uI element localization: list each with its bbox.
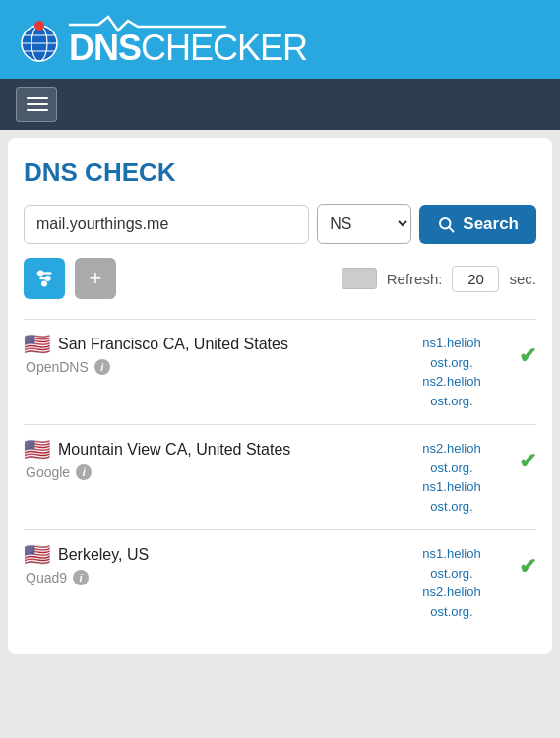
header: DNSCHECKER: [0, 0, 560, 79]
provider-name-3: Quad9: [26, 570, 67, 585]
location-row-1: 🇺🇸 San Francisco CA, United States: [24, 334, 393, 355]
check-icon-3: ✔: [519, 554, 536, 580]
check-icon-1: ✔: [519, 343, 536, 369]
location-text-3: Berkeley, US: [58, 546, 149, 564]
result-row: 🇺🇸 San Francisco CA, United States OpenD…: [24, 319, 536, 424]
result-ns-3: ns1.helioh ost.org. ns2.helioh ost.org.: [393, 544, 511, 621]
logo: DNSCHECKER: [16, 13, 307, 66]
refresh-input[interactable]: [452, 266, 499, 292]
search-row: NS A MX TXT CNAME Search: [24, 204, 536, 244]
hamburger-line-1: [27, 97, 48, 99]
logo-text: DNSCHECKER: [69, 31, 307, 66]
hamburger-line-2: [27, 103, 48, 105]
filter-icon: [33, 268, 55, 289]
provider-row-3: Quad9 i: [24, 570, 393, 585]
result-status-3: ✔: [511, 544, 536, 580]
refresh-unit: sec.: [509, 271, 536, 287]
hamburger-line-3: [27, 109, 48, 111]
filter-button[interactable]: [24, 258, 65, 299]
page-title: DNS CHECK: [24, 157, 536, 188]
results-list: 🇺🇸 San Francisco CA, United States OpenD…: [24, 319, 536, 635]
result-ns-1: ns1.helioh ost.org. ns2.helioh ost.org.: [393, 334, 511, 410]
result-row-2: 🇺🇸 Mountain View CA, United States Googl…: [24, 424, 536, 529]
add-icon: +: [90, 266, 102, 291]
location-text-1: San Francisco CA, United States: [58, 336, 288, 353]
domain-input[interactable]: [24, 205, 309, 244]
svg-point-12: [46, 277, 50, 280]
main-content: DNS CHECK NS A MX TXT CNAME Search: [8, 138, 552, 654]
result-ns-2: ns2.helioh ost.org. ns1.helioh ost.org.: [393, 439, 511, 516]
options-row: + Refresh: sec.: [24, 258, 536, 299]
info-icon-3[interactable]: i: [73, 570, 89, 585]
flag-us-3: 🇺🇸: [24, 544, 50, 566]
globe-icon: [16, 16, 63, 63]
info-icon-1[interactable]: i: [94, 359, 110, 375]
location-text-2: Mountain View CA, United States: [58, 441, 290, 459]
result-left-3: 🇺🇸 Berkeley, US Quad9 i: [24, 544, 393, 585]
provider-row-2: Google i: [24, 464, 393, 480]
result-row-3: 🇺🇸 Berkeley, US Quad9 i ns1.helioh ost.o…: [24, 529, 536, 635]
info-icon-2[interactable]: i: [76, 464, 92, 480]
location-row-2: 🇺🇸 Mountain View CA, United States: [24, 439, 393, 461]
search-button[interactable]: Search: [419, 205, 536, 244]
check-icon-2: ✔: [519, 449, 536, 474]
navbar: [0, 79, 560, 130]
search-button-label: Search: [463, 215, 519, 234]
add-button[interactable]: +: [75, 258, 116, 299]
search-icon: [437, 215, 455, 233]
location-row-3: 🇺🇸 Berkeley, US: [24, 544, 393, 566]
hamburger-button[interactable]: [16, 87, 57, 122]
result-status-2: ✔: [511, 439, 536, 474]
svg-point-13: [42, 282, 46, 286]
result-left-2: 🇺🇸 Mountain View CA, United States Googl…: [24, 439, 393, 480]
provider-row-1: OpenDNS i: [24, 359, 393, 375]
refresh-toggle[interactable]: [342, 268, 377, 289]
result-status-1: ✔: [511, 334, 536, 369]
svg-point-11: [39, 272, 43, 276]
svg-line-7: [450, 227, 454, 231]
flag-us-2: 🇺🇸: [24, 439, 50, 461]
provider-name-2: Google: [26, 464, 70, 480]
result-left-1: 🇺🇸 San Francisco CA, United States OpenD…: [24, 334, 393, 375]
refresh-label: Refresh:: [387, 271, 443, 287]
dns-type-select[interactable]: NS A MX TXT CNAME: [317, 204, 411, 244]
flag-us-1: 🇺🇸: [24, 334, 50, 355]
provider-name-1: OpenDNS: [26, 359, 89, 375]
